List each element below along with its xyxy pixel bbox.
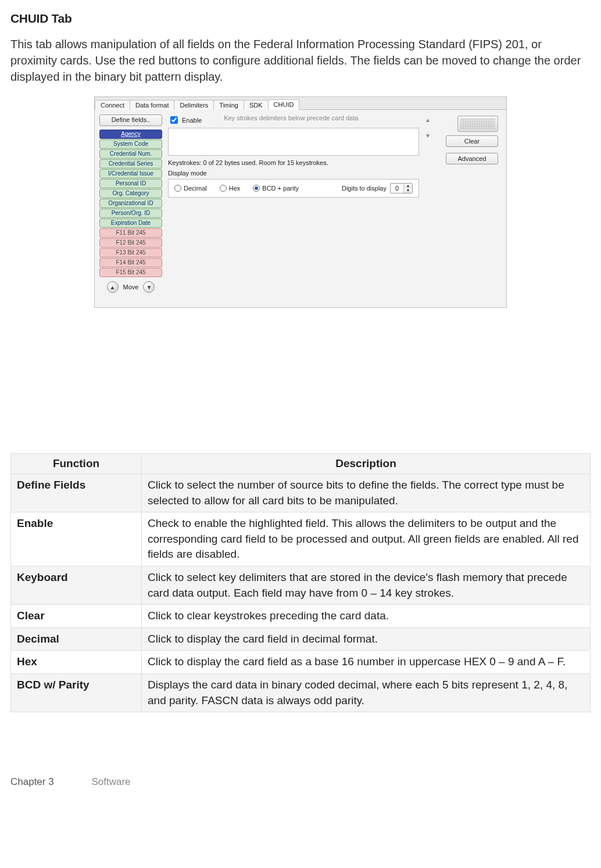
move-down-button[interactable]: ▼ [143,281,155,293]
table-row: Define FieldsClick to select the number … [11,474,591,512]
field-button[interactable]: Organizational ID [99,199,162,208]
digits-label: Digits to display [342,185,387,192]
field-button[interactable]: Person/Org. ID [99,209,162,218]
footer-section: Software [91,776,130,787]
digits-spinner[interactable]: 0 ▴ ▾ [390,183,413,193]
table-description-cell: Click to select the number of source bit… [142,474,591,512]
table-row: DecimalClick to display the card field i… [11,627,591,651]
enable-label: Enable [182,117,202,124]
function-table: Function Description Define FieldsClick … [10,453,591,712]
field-button[interactable]: F12 Bit 245 [99,238,162,248]
table-function-cell: BCD w/ Parity [11,673,142,712]
move-controls: ▲ Move ▼ [99,281,162,293]
radio-decimal-icon[interactable] [174,185,181,192]
field-button[interactable]: F11 Bit 245 [99,228,162,238]
table-header-description: Description [142,454,591,474]
radio-decimal-label: Decimal [184,185,207,192]
table-row: ClearClick to clear keystrokes preceding… [11,605,591,628]
radio-hex-label: Hex [229,185,241,192]
field-button[interactable]: System Code [99,139,162,149]
table-function-cell: Keyboard [11,566,142,604]
tab-delimiters[interactable]: Delimiters [174,100,214,110]
field-button[interactable]: Expiration Date [99,218,162,228]
scroll-down-icon[interactable]: ▼ [425,132,431,139]
table-description-cell: Click to clear keystrokes preceding the … [142,605,591,628]
radio-bcd[interactable]: BCD + parity [253,185,299,192]
field-button[interactable]: Credential Series [99,159,162,168]
table-function-cell: Hex [11,651,142,674]
table-description-cell: Click to display the card field in decim… [142,627,591,651]
table-function-cell: Decimal [11,627,142,651]
display-mode-label: Display mode [168,170,502,177]
scroll-handles[interactable]: ▲ ▼ [425,117,431,139]
table-description-cell: Click to select key delimiters that are … [142,566,591,604]
table-row: EnableCheck to enable the highlighted fi… [11,512,591,566]
radio-bcd-icon[interactable] [253,185,260,192]
table-row: BCD w/ ParityDisplays the card data in b… [11,673,591,712]
display-mode-box: Decimal Hex BCD + parity Digits to displ… [168,179,419,198]
move-label: Move [123,284,139,290]
field-button[interactable]: Org. Category [99,189,162,198]
tab-connect[interactable]: Connect [95,100,130,110]
radio-decimal[interactable]: Decimal [174,185,207,192]
chuid-config-panel: ConnectData formatDelimitersTimingSDKCHU… [94,96,507,308]
field-button[interactable]: F13 Bit 245 [99,248,162,257]
table-description-cell: Check to enable the highlighted field. T… [142,512,591,566]
table-row: KeyboardClick to select key delimiters t… [11,566,591,604]
page-footer: Chapter 3 Software [10,776,591,788]
intro-paragraph: This tab allows manipulation of all fiel… [10,36,591,85]
enable-checkbox-wrap[interactable]: Enable [168,114,202,125]
clear-button[interactable]: Clear [446,135,498,147]
keystroke-area[interactable] [168,128,419,156]
field-list: AgencySystem CodeCredential Num.Credenti… [99,130,162,278]
footer-chapter: Chapter 3 [10,776,54,787]
keyboard-icon[interactable] [457,116,498,132]
table-description-cell: Click to display the card field as a bas… [142,651,591,674]
table-function-cell: Define Fields [11,474,142,512]
advanced-button[interactable]: Advanced [446,153,498,164]
digits-value: 0 [391,184,403,193]
field-button[interactable]: Credential Num. [99,149,162,159]
tab-sdk[interactable]: SDK [244,100,269,110]
table-function-cell: Clear [11,605,142,628]
field-button[interactable]: Agency [99,130,162,139]
delimiter-hint: Key strokes delimiters below precede car… [224,114,358,121]
radio-hex-icon[interactable] [220,185,227,192]
table-description-cell: Displays the card data in binary coded d… [142,673,591,712]
radio-bcd-label: BCD + parity [262,185,299,192]
radio-hex[interactable]: Hex [220,185,241,192]
table-header-function: Function [11,454,142,474]
field-button[interactable]: F15 Bit 245 [99,268,162,277]
digits-down-icon[interactable]: ▾ [404,188,412,193]
move-up-button[interactable]: ▲ [107,281,119,293]
table-function-cell: Enable [11,512,142,566]
tab-bar: ConnectData formatDelimitersTimingSDKCHU… [95,97,506,110]
tab-chuid[interactable]: CHUID [268,99,300,110]
tab-data-format[interactable]: Data format [130,100,174,110]
page-heading: CHUID Tab [10,12,591,26]
field-button[interactable]: I/Credential Issue [99,169,162,178]
enable-checkbox[interactable] [170,116,178,124]
field-button[interactable]: F14 Bit 245 [99,258,162,267]
define-fields-button[interactable]: Define fields.. [99,114,162,126]
table-row: HexClick to display the card field as a … [11,651,591,674]
scroll-up-icon[interactable]: ▲ [425,117,431,123]
field-button[interactable]: Personal ID [99,179,162,188]
tab-timing[interactable]: Timing [213,100,244,110]
